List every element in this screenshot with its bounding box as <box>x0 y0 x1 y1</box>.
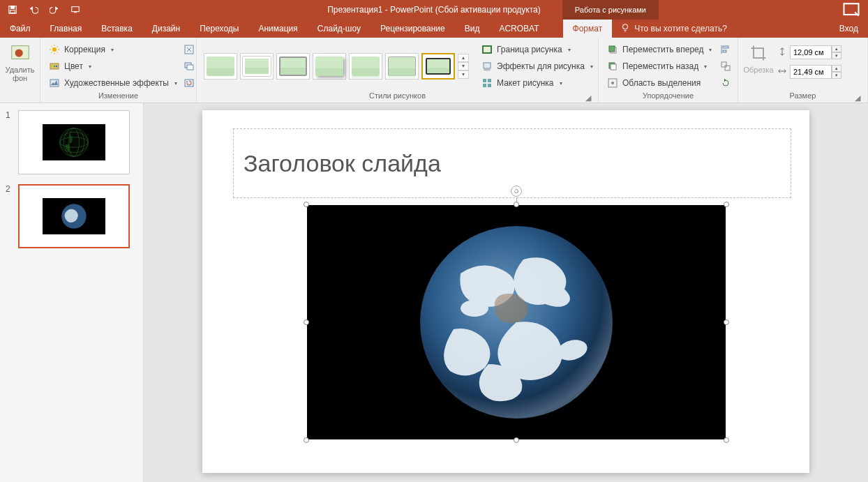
svg-rect-41 <box>723 50 726 52</box>
tab-format[interactable]: Формат <box>563 20 613 38</box>
svg-rect-21 <box>50 80 59 86</box>
svg-point-5 <box>623 24 628 29</box>
gallery-scroll-up[interactable]: ▴ <box>458 54 469 62</box>
size-dialog-launcher[interactable]: ◢ <box>853 93 862 102</box>
height-up[interactable]: ▴ <box>832 45 841 52</box>
artistic-effects-button[interactable]: Художественные эффекты▾ <box>45 75 181 91</box>
tab-review[interactable]: Рецензирование <box>371 20 455 38</box>
sign-in-button[interactable]: Вход <box>830 20 868 38</box>
svg-rect-42 <box>721 62 726 67</box>
tell-me-label: Что вы хотите сделать? <box>634 24 727 33</box>
bring-forward-icon <box>607 44 618 55</box>
color-button[interactable]: Цвет▾ <box>45 59 181 74</box>
picture-effects-label: Эффекты для рисунка <box>497 61 585 71</box>
undo-icon[interactable] <box>24 1 43 18</box>
tab-home[interactable]: Главная <box>40 20 92 38</box>
resize-handle-w[interactable] <box>304 319 309 325</box>
picture-effects-button[interactable]: Эффекты для рисунка▾ <box>477 59 597 74</box>
style-preset-3[interactable] <box>276 53 310 80</box>
style-preset-6[interactable] <box>385 53 419 80</box>
group-styles-label: Стили рисунков ◢ <box>201 91 594 103</box>
picture-border-icon <box>481 44 493 55</box>
rotate-icon[interactable] <box>718 75 733 91</box>
svg-rect-24 <box>187 65 193 70</box>
svg-line-14 <box>57 52 59 54</box>
width-down[interactable]: ▾ <box>832 72 841 79</box>
svg-point-19 <box>54 66 55 67</box>
gallery-expand[interactable]: ▾ <box>458 70 469 79</box>
crop-button[interactable]: Обрезка <box>742 40 775 91</box>
rotation-handle[interactable] <box>511 186 522 197</box>
resize-handle-e[interactable] <box>724 319 729 325</box>
reset-picture-icon[interactable] <box>181 75 197 91</box>
send-backward-icon <box>607 61 618 72</box>
slide-thumbnail-1[interactable] <box>18 110 130 174</box>
group-arrange: Переместить вперед▾ Переместить назад▾ О… <box>599 38 738 103</box>
style-preset-4[interactable] <box>313 53 346 80</box>
svg-rect-36 <box>611 64 616 70</box>
resize-handle-s[interactable] <box>514 437 519 443</box>
svg-rect-2 <box>10 10 15 13</box>
resize-handle-n[interactable] <box>514 202 519 207</box>
style-preset-1[interactable] <box>204 53 237 80</box>
style-preset-2[interactable] <box>240 53 274 80</box>
resize-handle-nw[interactable] <box>304 202 309 207</box>
resize-handle-se[interactable] <box>724 437 729 443</box>
start-slideshow-icon[interactable] <box>66 1 85 18</box>
svg-rect-29 <box>483 79 486 82</box>
tab-design[interactable]: Дизайн <box>142 20 190 38</box>
tab-transitions[interactable]: Переходы <box>190 20 248 38</box>
remove-background-button[interactable]: Удалить фон <box>4 40 36 91</box>
slide-editor[interactable]: Заголовок слайда <box>144 103 868 482</box>
bring-forward-label: Переместить вперед <box>622 45 703 54</box>
tab-acrobat[interactable]: ACROBAT <box>489 20 548 38</box>
title-placeholder-text: Заголовок слайда <box>244 150 441 177</box>
corrections-label: Коррекция <box>64 45 105 54</box>
save-icon[interactable] <box>3 1 22 18</box>
crop-icon <box>747 42 770 64</box>
styles-dialog-launcher[interactable]: ◢ <box>584 93 592 102</box>
picture-layout-button[interactable]: Макет рисунка▾ <box>477 75 597 91</box>
thumb-2-number: 2 <box>6 184 14 248</box>
style-preset-5[interactable] <box>349 53 382 80</box>
group-adjust-label: Изменение <box>45 91 192 103</box>
svg-rect-1 <box>10 6 14 9</box>
width-input[interactable]: ▴▾ <box>777 64 841 80</box>
tab-view[interactable]: Вид <box>455 20 490 38</box>
ribbon-display-options-icon[interactable] <box>841 1 861 18</box>
picture-border-button[interactable]: Граница рисунка▾ <box>477 42 597 57</box>
tab-insert[interactable]: Вставка <box>91 20 142 38</box>
send-backward-button[interactable]: Переместить назад▾ <box>603 59 718 74</box>
tab-file[interactable]: Файл <box>0 20 40 38</box>
picture-effects-icon <box>481 61 493 72</box>
height-field[interactable] <box>790 45 832 59</box>
resize-handle-sw[interactable] <box>304 437 309 443</box>
width-up[interactable]: ▴ <box>832 65 841 72</box>
selected-picture[interactable] <box>307 205 726 439</box>
gallery-nav: ▴ ▾ ▾ <box>458 54 469 79</box>
group-objects-icon[interactable] <box>718 59 733 74</box>
selection-pane-button[interactable]: Область выделения <box>603 75 718 91</box>
height-input[interactable]: ▴▾ <box>777 45 841 60</box>
align-icon[interactable] <box>718 42 733 57</box>
tab-slideshow[interactable]: Слайд-шоу <box>308 20 371 38</box>
slide-thumbnail-2[interactable] <box>18 184 130 248</box>
height-down[interactable]: ▾ <box>832 52 841 59</box>
svg-point-28 <box>484 69 491 71</box>
slide-canvas[interactable]: Заголовок слайда <box>202 110 809 473</box>
gallery-scroll-down[interactable]: ▾ <box>458 62 469 70</box>
bring-forward-button[interactable]: Переместить вперед▾ <box>603 42 718 57</box>
change-picture-icon[interactable] <box>181 59 197 74</box>
compress-pictures-icon[interactable] <box>181 42 197 57</box>
tell-me-search[interactable]: Что вы хотите сделать? <box>612 20 735 38</box>
crop-label: Обрезка <box>743 66 773 74</box>
corrections-button[interactable]: Коррекция▾ <box>45 42 181 57</box>
redo-icon[interactable] <box>45 1 64 18</box>
tab-animations[interactable]: Анимация <box>248 20 307 38</box>
width-field[interactable] <box>790 65 832 79</box>
resize-handle-ne[interactable] <box>724 202 729 207</box>
style-preset-7[interactable] <box>421 53 455 80</box>
svg-line-15 <box>51 52 52 54</box>
height-icon <box>777 47 787 59</box>
palette-icon <box>49 61 60 72</box>
